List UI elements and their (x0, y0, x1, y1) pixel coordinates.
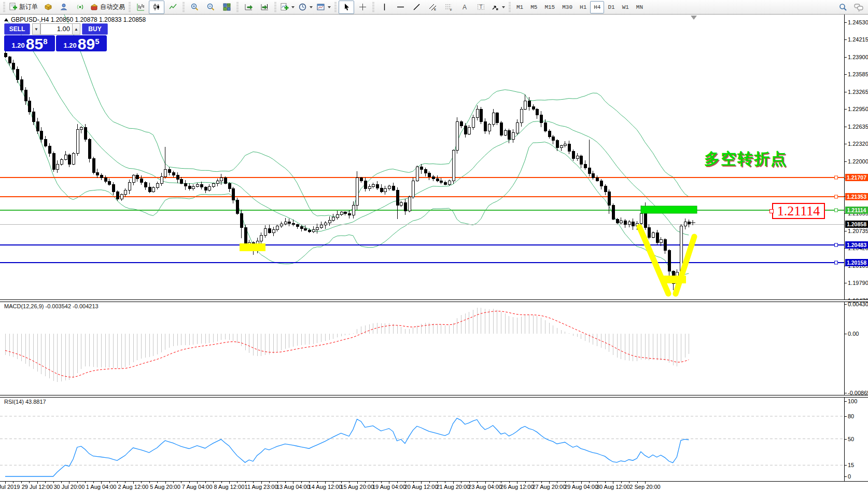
time-tick-label: 29 Aug 04:00 (564, 484, 598, 490)
tab-timeframe-m1[interactable]: M1 (513, 1, 527, 13)
buy-price-display[interactable]: 1.20 89 5 (56, 35, 107, 51)
auto-scroll-button[interactable] (241, 1, 256, 14)
rsi-indicator-pane[interactable] (0, 398, 844, 481)
toolbar-grip (274, 2, 276, 12)
crosshair-button[interactable] (355, 1, 370, 14)
pane-separator[interactable] (0, 299, 868, 302)
navigator-button[interactable] (56, 1, 72, 14)
time-tick (469, 482, 470, 483)
time-tick-label: 7 Aug 04:00 (182, 484, 213, 490)
time-tick (341, 482, 342, 483)
time-tick (181, 482, 181, 483)
sell-price-main: 85 (26, 37, 43, 51)
volume-decrease-button[interactable]: ▼ (32, 23, 40, 35)
time-tick-label: 27 Aug 20:00 (532, 484, 566, 490)
sell-price-display[interactable]: 1.20 85 8 (4, 35, 55, 51)
tile-windows-button[interactable] (219, 1, 234, 14)
horizontal-line-button[interactable] (393, 1, 408, 14)
time-tick (437, 482, 438, 483)
time-tick (29, 482, 30, 483)
tab-timeframe-m15[interactable]: M15 (541, 1, 558, 13)
tab-timeframe-w1[interactable]: W1 (619, 1, 633, 13)
sell-button[interactable]: SELL (4, 23, 30, 35)
zoom-out-button[interactable] (203, 1, 218, 14)
timeframe-group: M1M5M15M30H1H4D1W1MN (513, 1, 647, 13)
vertical-line-icon (380, 3, 389, 11)
callout-anchor-handle[interactable] (769, 209, 774, 213)
price-tick-label: 1.23585 (848, 71, 868, 77)
price-tick-label: 1.20735 (848, 228, 868, 234)
text-label-button[interactable]: T (473, 1, 488, 14)
chart-shift-button[interactable] (257, 1, 272, 14)
zoom-in-button[interactable] (187, 1, 202, 14)
search-button[interactable] (835, 1, 851, 14)
macd-axis-label: 0.00 (848, 331, 859, 337)
axis-tick (845, 22, 847, 23)
zoom-out-icon (206, 3, 215, 11)
templates-button[interactable] (315, 1, 332, 14)
tab-timeframe-mn[interactable]: MN (633, 1, 647, 13)
tab-timeframe-h4[interactable]: H4 (590, 1, 604, 13)
axis-tick (845, 401, 847, 402)
cursor-button[interactable] (339, 1, 354, 14)
vertical-line-button[interactable] (376, 1, 392, 14)
time-tick (637, 482, 638, 483)
tile-windows-icon (222, 3, 231, 11)
axis-tick (845, 57, 847, 58)
time-tick-label: 20 Aug 12:00 (404, 484, 438, 490)
tab-timeframe-h1[interactable]: H1 (576, 1, 590, 13)
turning-point-annotation[interactable]: 多空转折点 (704, 148, 787, 170)
candlestick-chart-button[interactable] (149, 1, 164, 14)
collapse-panel-icon[interactable] (4, 18, 8, 21)
price-callout-box[interactable]: 1.21114 (772, 203, 825, 219)
new-order-button[interactable]: 新订单 (7, 1, 39, 14)
new-order-icon (9, 3, 18, 11)
volume-input[interactable]: 1.00 (40, 23, 73, 35)
tab-timeframe-d1[interactable]: D1 (604, 1, 618, 13)
tab-timeframe-m5[interactable]: M5 (527, 1, 541, 13)
trendline-button[interactable] (409, 1, 424, 14)
market-watch-button[interactable] (40, 1, 55, 14)
time-tick (189, 482, 190, 483)
time-tick (589, 482, 590, 483)
price-tick-label: 1.22320 (848, 141, 868, 147)
time-tick (125, 482, 125, 483)
crosshair-icon (358, 3, 367, 11)
buy-button[interactable]: BUY (82, 23, 108, 35)
bar-chart-button[interactable] (133, 1, 148, 14)
templates-icon (316, 3, 325, 11)
time-tick (365, 482, 366, 483)
rsi-axis-label: 15 (848, 462, 854, 468)
price-tick-label: 1.23900 (848, 54, 868, 60)
chat-button[interactable] (851, 1, 866, 14)
periods-button[interactable] (297, 1, 314, 14)
fibonacci-button[interactable]: F (441, 1, 456, 14)
time-tick-label: 19 Aug 04:00 (372, 484, 406, 490)
time-tick (21, 482, 22, 483)
indicators-icon (280, 3, 289, 11)
tab-timeframe-m30[interactable]: M30 (558, 1, 576, 13)
text-button[interactable]: A (457, 1, 472, 14)
pane-separator[interactable] (0, 395, 868, 398)
toolbar-grip (129, 2, 131, 12)
channel-icon: E (428, 3, 437, 11)
periods-icon (298, 3, 307, 11)
rsi-axis-label: 100 (848, 398, 857, 404)
price-tick-label: 1.22635 (848, 124, 868, 130)
indicators-button[interactable] (278, 1, 296, 14)
arrows-button[interactable] (489, 1, 507, 14)
axis-tick (845, 393, 847, 393)
price-axis[interactable]: 1.245301.242151.239001.235851.232651.229… (844, 15, 868, 481)
time-tick-label: 30 Aug 12:00 (596, 484, 630, 490)
price-tick-label: 1.24530 (848, 19, 868, 25)
macd-indicator-pane[interactable] (0, 302, 844, 395)
signals-button[interactable] (72, 1, 88, 14)
channel-button[interactable]: E (425, 1, 440, 14)
chart-bottom-border (0, 481, 868, 482)
line-chart-button[interactable] (165, 1, 180, 14)
rsi-axis-label: 0 (848, 473, 851, 480)
autotrading-button[interactable]: 自动交易 (88, 1, 127, 14)
chart-shift-marker-icon[interactable] (691, 16, 697, 20)
time-axis[interactable]: 26 Jul 201929 Jul 12:0030 Jul 20:001 Aug… (0, 482, 868, 492)
volume-increase-button[interactable]: ▲ (72, 23, 80, 35)
